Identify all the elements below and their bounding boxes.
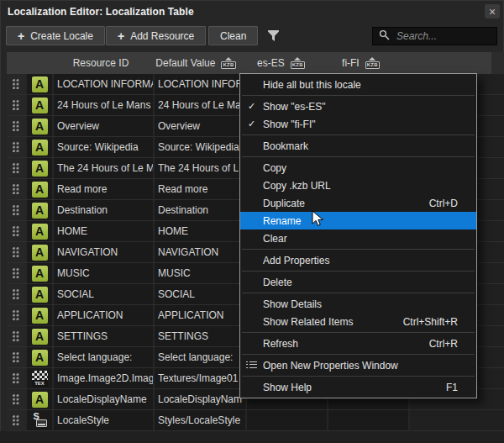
menu-item[interactable]: Duplicate Ctrl+D (240, 194, 476, 212)
default-value-cell[interactable]: SETTINGS (155, 326, 245, 346)
menu-item[interactable]: Hide all but this locale (240, 76, 476, 93)
default-value-cell[interactable]: MUSIC (155, 263, 245, 283)
default-value-cell[interactable]: Destination (155, 200, 245, 220)
clean-label: Clean (220, 30, 246, 42)
default-value-cell[interactable]: HOME (155, 221, 245, 241)
search-box[interactable] (372, 27, 497, 45)
search-input[interactable] (395, 29, 491, 43)
default-value-cell[interactable]: Textures/Image01 (155, 368, 245, 388)
default-value-cell[interactable]: LOCATION INFOR (155, 74, 245, 94)
row-type-icon-cell: A (27, 179, 52, 199)
row-drag-handle[interactable] (7, 242, 25, 262)
resource-id-cell[interactable]: The 24 Hours of Le M (54, 158, 153, 178)
menu-item[interactable]: Open New Properties Window (240, 356, 476, 374)
resource-id-cell[interactable]: LocaleDisplayName (54, 389, 153, 409)
default-value-cell[interactable]: Source: Wikipedia (155, 137, 245, 157)
resource-id-cell[interactable]: SOCIAL (54, 284, 153, 304)
close-icon[interactable]: × (485, 4, 500, 18)
row-drag-handle[interactable] (7, 326, 25, 346)
menu-item[interactable]: Show Help F1 (240, 378, 476, 396)
add-resource-button[interactable]: + Add Resource (106, 26, 206, 45)
menu-item-label: Show "es-ES" (263, 101, 448, 113)
menu-item[interactable]: Show Details (240, 295, 476, 313)
kzb-export-icon[interactable]: KZB (221, 57, 235, 69)
row-drag-handle[interactable] (7, 389, 25, 409)
grip-dots-icon (13, 394, 19, 404)
resource-id-cell[interactable]: Source: Wikipedia (54, 137, 153, 157)
default-value-cell[interactable]: 24 Hours of Le Ma (155, 95, 245, 115)
menu-item-label: Delete (263, 277, 448, 288)
row-drag-handle[interactable] (7, 368, 25, 388)
column-header-fi-fi[interactable]: fi-FI KZB (322, 52, 400, 74)
row-drag-handle[interactable] (7, 179, 25, 199)
table-row: S LocaleStyle Styles/LocaleStyle (7, 410, 504, 431)
row-drag-handle[interactable] (7, 95, 25, 115)
row-drag-handle[interactable] (7, 263, 25, 283)
menu-item-label: Add Properties (263, 255, 448, 266)
menu-item[interactable]: Delete (240, 273, 476, 291)
menu-item[interactable]: Refresh Ctrl+R (240, 335, 476, 352)
row-drag-handle[interactable] (7, 137, 25, 157)
row-drag-handle[interactable] (7, 200, 25, 220)
row-drag-handle[interactable] (7, 305, 25, 325)
default-value-cell[interactable]: Select language: (155, 347, 245, 367)
menu-item[interactable]: Copy (240, 159, 476, 177)
resource-id-cell[interactable]: Read more (54, 179, 153, 199)
resource-id-cell[interactable]: MUSIC (54, 263, 153, 283)
header-corner (491, 52, 504, 74)
menu-item[interactable]: Rename (240, 212, 476, 229)
default-value-cell[interactable]: LocaleDisplayNam (155, 389, 245, 409)
column-header-resource-id[interactable]: Resource ID (52, 52, 150, 74)
column-header-default-value[interactable]: Default Value KZB (151, 52, 240, 74)
es-es-cell[interactable] (247, 410, 327, 430)
resource-id-cell[interactable]: APPLICATION (54, 305, 153, 325)
resource-id-cell[interactable]: LOCATION INFORMAT (54, 74, 153, 94)
filter-icon[interactable] (268, 30, 279, 45)
menu-item[interactable]: ✓ Show "es-ES" (240, 98, 476, 115)
row-drag-handle[interactable] (7, 221, 25, 241)
menu-item[interactable]: Show Related Items Ctrl+Shift+R (240, 313, 476, 330)
resource-id-cell[interactable]: Image.Image2D.Imag (54, 368, 153, 388)
fi-fi-cell[interactable] (328, 410, 408, 430)
create-locale-button[interactable]: + Create Locale (6, 26, 105, 45)
menu-item[interactable]: Copy .kzb URL (240, 177, 476, 194)
default-value-cell[interactable]: Styles/LocaleStyle (155, 410, 245, 430)
menu-item[interactable]: ✓ Show "fi-FI" (240, 115, 476, 133)
menu-item[interactable]: Add Properties (240, 251, 476, 269)
row-drag-handle[interactable] (7, 74, 25, 94)
resource-id-cell[interactable]: Destination (54, 200, 153, 220)
kzb-export-icon[interactable]: KZB (365, 57, 380, 69)
row-drag-handle[interactable] (7, 284, 25, 304)
default-value-cell[interactable]: NAVIGATION (155, 242, 245, 262)
style-resource-icon: S (32, 413, 48, 429)
row-drag-handle[interactable] (7, 410, 25, 430)
grip-dots-icon (13, 142, 19, 152)
menu-item[interactable]: Bookmark (240, 137, 476, 155)
default-value-cell[interactable]: Overview (155, 116, 245, 136)
row-drag-handle[interactable] (7, 347, 25, 367)
default-value-cell[interactable]: APPLICATION (155, 305, 245, 325)
default-value-cell[interactable]: SOCIAL (155, 284, 245, 304)
row-drag-handle[interactable] (7, 116, 25, 136)
resource-id-cell[interactable]: LocaleStyle (54, 410, 153, 430)
resource-id-cell[interactable]: HOME (54, 221, 153, 241)
menu-separator (242, 156, 475, 157)
resource-id-cell[interactable]: NAVIGATION (54, 242, 153, 262)
grip-dots-icon (13, 205, 19, 215)
clean-button[interactable]: Clean (208, 26, 258, 45)
resource-id-cell[interactable]: SETTINGS (54, 326, 153, 346)
create-locale-label: Create Locale (30, 30, 93, 42)
default-value-cell[interactable]: The 24 Hours of L (155, 158, 245, 178)
resource-id-cell[interactable]: Select language: (54, 347, 153, 367)
default-value-cell[interactable]: Read more (155, 179, 245, 199)
text-resource-icon: A (32, 350, 48, 366)
resource-id-cell[interactable]: 24 Hours of Le Mans (54, 95, 153, 115)
search-icon (379, 29, 390, 43)
menu-item[interactable]: Clear (240, 229, 476, 247)
row-drag-handle[interactable] (7, 158, 25, 178)
kzb-export-icon[interactable]: KZB (291, 57, 305, 69)
menu-item-label: Copy (263, 162, 448, 174)
column-header-es-es[interactable]: es-ES KZB (242, 52, 320, 74)
menu-item-label: Open New Properties Window (263, 360, 448, 372)
resource-id-cell[interactable]: Overview (54, 116, 153, 136)
